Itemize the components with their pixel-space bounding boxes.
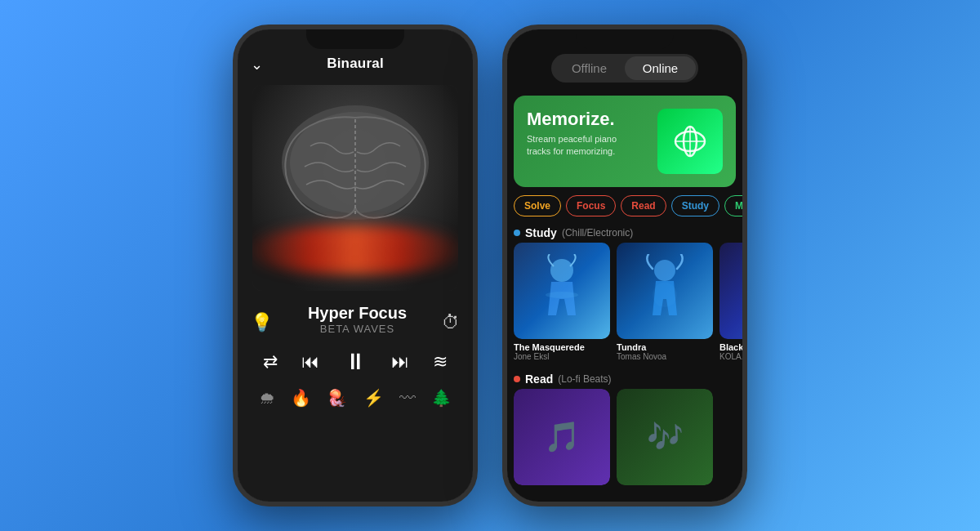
rain-icon[interactable]: 🌧 <box>259 389 275 408</box>
now-playing-title: Binaural <box>327 56 384 72</box>
repeat-button[interactable]: ⇄ <box>263 351 278 373</box>
study-dot <box>514 230 520 236</box>
chevron-down-icon[interactable]: ⌄ <box>251 56 263 74</box>
card-track-name-1: The Masquerede <box>514 342 610 352</box>
rewind-button[interactable]: ⏮ <box>301 351 319 373</box>
left-phone: ⌄ Binaural <box>233 25 478 506</box>
album-art <box>252 85 458 291</box>
svg-point-8 <box>546 292 578 298</box>
read-label: Read <box>525 373 553 386</box>
read-dot <box>514 376 520 382</box>
filter-read[interactable]: Read <box>621 195 666 216</box>
svg-point-9 <box>654 260 675 281</box>
main-scroll-content[interactable]: Memorize. Stream peaceful piano tracks f… <box>507 89 742 502</box>
card-artist-3: KOLA... <box>719 352 742 361</box>
card-track-name-3: Black... <box>719 342 742 352</box>
jellyfish-icon[interactable]: 🪼 <box>327 388 347 408</box>
read-card-thumb-2: 🎶 <box>617 389 713 485</box>
study-label: Study <box>525 226 557 239</box>
sound-ambience-row: 🌧 🔥 🪼 ⚡ 〰 🌲 <box>238 378 473 414</box>
card-thumb-3 <box>719 243 742 339</box>
track-name: Hyper Focus <box>308 304 407 323</box>
filter-study[interactable]: Study <box>671 195 719 216</box>
read-sub: (Lo-fi Beats) <box>558 373 611 385</box>
right-phone: Offline Online Memorize. Stream peaceful… <box>502 25 747 506</box>
read-card-thumb-1: 🎵 <box>514 389 610 485</box>
fire-icon[interactable]: 🔥 <box>291 388 311 408</box>
equalizer-button[interactable]: ≋ <box>433 351 448 373</box>
track-subtitle: BETA WAVES <box>308 323 407 335</box>
hero-banner: Memorize. Stream peaceful piano tracks f… <box>514 96 736 187</box>
read-cards-row: 🎵 🎶 <box>507 389 742 495</box>
tree-icon[interactable]: 🌲 <box>431 388 452 408</box>
hero-title: Memorize. <box>527 109 625 130</box>
track-info-row: 💡 Hyper Focus BETA WAVES ⏱ <box>238 301 473 345</box>
notch-right <box>576 29 674 49</box>
pause-button[interactable]: ⏸ <box>344 348 367 375</box>
filter-solve[interactable]: Solve <box>514 195 561 216</box>
hero-subtitle: Stream peaceful piano tracks for memoriz… <box>527 133 625 158</box>
light-icon[interactable]: 💡 <box>251 312 273 333</box>
track-card-1[interactable]: The Masquerede Jone Eksl <box>514 243 610 361</box>
track-card-3[interactable]: Black... KOLA... <box>719 243 742 361</box>
study-section-header: Study (Chill/Electronic) <box>507 221 742 243</box>
brain-svg <box>265 93 445 240</box>
lightning-icon[interactable]: ⚡ <box>363 388 384 408</box>
timer-icon[interactable]: ⏱ <box>442 312 460 333</box>
study-sub: (Chill/Electronic) <box>562 227 633 239</box>
study-cards-row: The Masquerede Jone Eksl <box>507 243 742 368</box>
red-glow <box>252 225 458 274</box>
notch <box>306 29 404 49</box>
card-artist-1: Jone Eksl <box>514 352 610 361</box>
card-artist-2: Tomas Novoa <box>617 352 713 361</box>
playback-controls: ⇄ ⏮ ⏸ ⏭ ≋ <box>238 345 473 378</box>
offline-tab[interactable]: Offline <box>554 56 625 80</box>
card-thumb-2 <box>617 243 713 339</box>
toggle-pill: Offline Online <box>551 54 698 83</box>
svg-point-7 <box>550 259 573 282</box>
hero-thumbnail <box>657 109 723 174</box>
filter-focus[interactable]: Focus <box>566 195 616 216</box>
hero-text: Memorize. Stream peaceful piano tracks f… <box>527 109 625 158</box>
filter-pills-row: Solve Focus Read Study Memorize <box>507 190 742 221</box>
wave-icon[interactable]: 〰 <box>399 389 416 408</box>
fast-forward-button[interactable]: ⏭ <box>391 351 409 373</box>
online-tab[interactable]: Online <box>625 56 696 80</box>
read-card-2[interactable]: 🎶 <box>617 389 713 489</box>
card-track-name-2: Tundra <box>617 342 713 352</box>
read-card-1[interactable]: 🎵 <box>514 389 610 489</box>
read-section-header: Read (Lo-fi Beats) <box>507 368 742 389</box>
track-card-2[interactable]: Tundra Tomas Novoa <box>617 243 713 361</box>
filter-memorize[interactable]: Memorize <box>724 195 742 216</box>
card-thumb-1 <box>514 243 610 339</box>
svg-point-10 <box>653 283 677 307</box>
